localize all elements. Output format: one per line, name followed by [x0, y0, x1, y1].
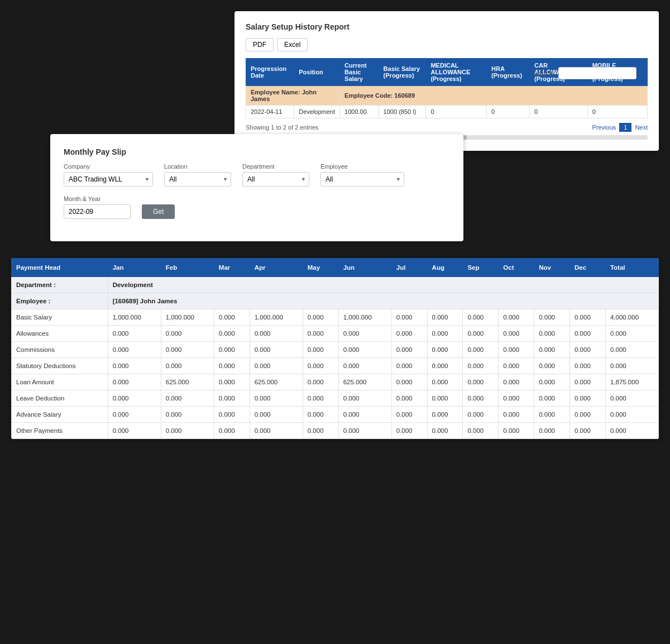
salary-panel-title: Salary Setup History Report: [246, 22, 648, 31]
row-dec: 0.000: [570, 407, 606, 423]
row-feb: 0.000: [161, 358, 214, 374]
row-feb: 0.000: [161, 326, 214, 342]
row-basic-progress: 1000 (850 l): [379, 106, 426, 118]
th-may: May: [303, 259, 338, 277]
row-nov: 0.000: [534, 390, 570, 407]
row-dec: 0.000: [570, 423, 606, 439]
th-mar: Mar: [214, 259, 250, 277]
employee-row: Employee : [160689] John James: [12, 293, 659, 309]
employee-code: Employee Code: 160689: [340, 86, 648, 106]
row-total: 0.000: [605, 423, 658, 439]
row-date: 2022-04-11: [246, 106, 294, 118]
row-nov: 0.000: [534, 423, 570, 439]
employee-info-row: Employee Name: John James Employee Code:…: [246, 86, 648, 106]
row-sep: 0.000: [463, 407, 499, 423]
row-jul: 0.000: [391, 309, 427, 326]
row-car: 0: [530, 106, 588, 118]
row-jun: 625.000: [338, 374, 391, 390]
row-hra: 0: [487, 106, 530, 118]
row-label: Leave Deduction: [12, 390, 108, 407]
employee-select-wrapper: All: [320, 172, 404, 187]
location-select[interactable]: All: [164, 172, 231, 187]
dept-value: Development: [108, 277, 658, 293]
row-oct: 0.000: [499, 423, 534, 439]
row-jul: 0.000: [391, 423, 427, 439]
employee-name: Employee Name: John James: [246, 86, 340, 106]
current-page[interactable]: 1: [619, 123, 631, 132]
row-may: 0.000: [303, 390, 338, 407]
row-feb: 0.000: [161, 342, 214, 358]
company-select[interactable]: ABC Trading WLL: [64, 172, 153, 187]
row-nov: 0.000: [534, 326, 570, 342]
row-oct: 0.000: [499, 374, 534, 390]
row-apr: 0.000: [250, 326, 303, 342]
row-apr: 1,000.000: [250, 309, 303, 326]
row-may: 0.000: [303, 423, 338, 439]
col-current-basic: Current Basic Salary: [340, 59, 379, 86]
row-total: 0.000: [605, 342, 658, 358]
row-sep: 0.000: [463, 358, 499, 374]
row-mar: 0.000: [214, 326, 250, 342]
row-dec: 0.000: [570, 358, 606, 374]
table-footer: Showing 1 to 2 of 2 entries Previous 1 N…: [246, 123, 648, 132]
row-jun: 0.000: [338, 407, 391, 423]
row-current-basic: 1000.00: [340, 106, 379, 118]
row-apr: 625.000: [250, 374, 303, 390]
row-jan: 0.000: [108, 390, 161, 407]
row-aug: 0.000: [427, 342, 463, 358]
excel-button[interactable]: Excel: [277, 38, 308, 51]
row-sep: 0.000: [463, 390, 499, 407]
row-oct: 0.000: [499, 407, 534, 423]
row-apr: 0.000: [250, 423, 303, 439]
payment-section: Payment Head Jan Feb Mar Apr May Jun Jul…: [11, 258, 659, 439]
emp-value: [160689] John James: [108, 293, 658, 309]
pagination: Previous 1 Next: [592, 123, 648, 132]
row-aug: 0.000: [427, 423, 463, 439]
emp-label: Employee :: [12, 293, 108, 309]
location-label: Location: [164, 163, 231, 170]
row-total: 0.000: [605, 326, 658, 342]
col-position: Position: [294, 59, 340, 86]
row-apr: 0.000: [250, 358, 303, 374]
row-mar: 0.000: [214, 407, 250, 423]
row-sep: 0.000: [463, 309, 499, 326]
payment-header-row: Payment Head Jan Feb Mar Apr May Jun Jul…: [12, 259, 659, 277]
pdf-button[interactable]: PDF: [246, 38, 274, 51]
dept-label: Department :: [12, 277, 108, 293]
row-aug: 0.000: [427, 309, 463, 326]
table-row: Leave Deduction0.0000.0000.0000.0000.000…: [12, 390, 659, 407]
row-jan: 0.000: [108, 423, 161, 439]
row-mobile: 0: [587, 106, 647, 118]
table-row: Basic Salary1,000.0001,000.0000.0001,000…: [12, 309, 659, 326]
previous-page[interactable]: Previous: [592, 124, 616, 131]
row-nov: 0.000: [534, 342, 570, 358]
next-page[interactable]: Next: [635, 124, 648, 131]
month-year-label: Month & Year: [64, 195, 131, 202]
row-sep: 0.000: [463, 423, 499, 439]
row-total: 4,000.000: [605, 309, 658, 326]
search-input[interactable]: [558, 67, 636, 79]
payslip-title: Monthly Pay Slip: [64, 147, 450, 156]
month-year-input[interactable]: [64, 204, 131, 219]
month-year-group: Month & Year: [64, 195, 131, 219]
row-may: 0.000: [303, 358, 338, 374]
row-total: 0.000: [605, 407, 658, 423]
row-label: Other Payments: [12, 423, 108, 439]
location-group: Location All: [164, 163, 231, 187]
row-may: 0.000: [303, 374, 338, 390]
th-nov: Nov: [534, 259, 570, 277]
row-nov: 0.000: [534, 374, 570, 390]
row-feb: 0.000: [161, 423, 214, 439]
row-jun: 1,000.000: [338, 309, 391, 326]
row-dec: 0.000: [570, 342, 606, 358]
row-jul: 0.000: [391, 390, 427, 407]
get-button[interactable]: Get: [142, 204, 175, 219]
employee-select[interactable]: All: [320, 172, 404, 187]
row-label: Statutory Deductions: [12, 358, 108, 374]
department-select[interactable]: All: [242, 172, 309, 187]
form-row-1: Company ABC Trading WLL Location All: [64, 163, 450, 187]
th-dec: Dec: [570, 259, 606, 277]
row-oct: 0.000: [499, 358, 534, 374]
row-mar: 0.000: [214, 342, 250, 358]
table-row: Commissions0.0000.0000.0000.0000.0000.00…: [12, 342, 659, 358]
